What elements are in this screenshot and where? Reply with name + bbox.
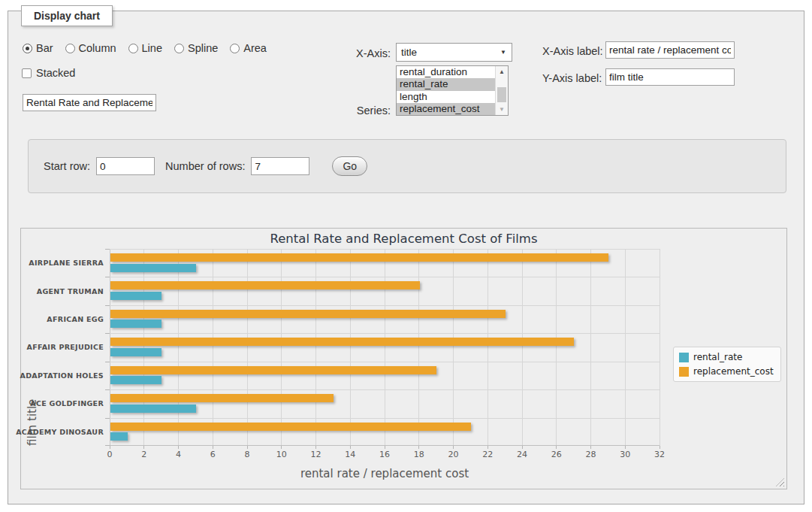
bar-rental_rate[interactable] <box>110 320 161 328</box>
row-range-controls: Start row: Number of rows: Go <box>44 140 367 192</box>
gridline-x <box>350 249 351 446</box>
x-tick-label: 18 <box>404 450 434 459</box>
chart-type-radios: BarColumnLineSplineArea <box>23 42 267 54</box>
gridline-y <box>110 445 660 446</box>
bar-replacement_cost[interactable] <box>110 394 334 402</box>
gridline-y <box>110 305 660 306</box>
radio-icon <box>128 44 138 53</box>
legend-swatch <box>679 367 689 377</box>
x-tick-mark <box>213 446 213 449</box>
gridline-y <box>110 249 660 250</box>
gridline-y <box>110 362 660 362</box>
x-axis-selected-value: title <box>401 47 417 58</box>
bar-replacement_cost[interactable] <box>110 423 471 431</box>
number-of-rows-input[interactable] <box>251 157 309 175</box>
series-option-length[interactable]: length <box>397 91 508 103</box>
x-axis-select[interactable]: title ▼ <box>396 43 512 62</box>
category-label: ADAPTATION HOLES <box>23 362 104 389</box>
gridline-y <box>110 333 660 334</box>
gridline-x <box>660 249 660 446</box>
gridline-y <box>110 389 660 390</box>
y-axis-label-label: Y-Axis label: <box>542 72 602 84</box>
legend-label: replacement_cost <box>693 366 774 377</box>
category-label: AFFAIR PREJUDICE <box>23 333 104 361</box>
x-tick-mark <box>590 446 591 449</box>
x-tick-label: 4 <box>164 450 194 459</box>
scroll-down-icon[interactable]: ▼ <box>496 104 508 115</box>
chart-type-option-line[interactable]: Line <box>128 42 162 54</box>
chart-legend: rental_ratereplacement_cost <box>673 347 781 382</box>
x-tick-mark <box>418 446 419 449</box>
start-row-input[interactable] <box>96 157 155 175</box>
chart-type-option-bar[interactable]: Bar <box>23 42 53 54</box>
number-of-rows-label: Number of rows: <box>165 160 245 172</box>
x-tick-label: 26 <box>542 450 572 459</box>
gridline-x <box>522 249 523 446</box>
y-tick-mark <box>105 389 110 390</box>
x-tick-mark <box>660 446 660 449</box>
y-axis-label-input[interactable] <box>605 68 735 86</box>
radio-icon <box>174 44 184 53</box>
series-option-rental_rate[interactable]: rental_rate <box>397 78 508 90</box>
category-label: AFRICAN EGG <box>23 305 104 333</box>
chart-type-option-area[interactable]: Area <box>230 42 267 54</box>
x-tick-mark <box>488 446 488 449</box>
stacked-checkbox[interactable] <box>22 68 32 78</box>
bar-replacement_cost[interactable] <box>110 253 608 262</box>
x-tick-mark <box>178 446 179 449</box>
series-list-scrollbar[interactable]: ▲ ▼ <box>495 66 508 115</box>
stacked-option[interactable]: Stacked <box>22 67 75 79</box>
category-label: AIRPLANE SIERRA <box>23 249 104 277</box>
bar-replacement_cost[interactable] <box>110 281 420 289</box>
x-tick-label: 24 <box>507 450 537 459</box>
bar-replacement_cost[interactable] <box>110 338 574 346</box>
series-option-rental_duration[interactable]: rental_duration <box>397 66 508 78</box>
x-tick-mark <box>281 446 282 449</box>
gridline-x <box>247 249 248 446</box>
x-tick-mark <box>385 446 385 449</box>
x-tick-label: 10 <box>267 450 297 459</box>
x-tick-label: 16 <box>370 450 400 459</box>
x-tick-mark <box>247 446 248 449</box>
category-label: AGENT TRUMAN <box>23 277 104 304</box>
y-tick-mark <box>105 249 110 250</box>
scroll-up-icon[interactable]: ▲ <box>496 66 508 77</box>
x-axis-label-input[interactable] <box>605 41 735 59</box>
chart-type-option-spline[interactable]: Spline <box>174 42 218 54</box>
scrollbar-thumb[interactable] <box>497 87 506 102</box>
y-tick-mark <box>105 333 110 334</box>
x-tick-label: 12 <box>301 450 331 459</box>
bar-rental_rate[interactable] <box>110 292 161 300</box>
x-tick-label: 28 <box>576 450 606 459</box>
gridline-x <box>178 249 179 446</box>
bar-rental_rate[interactable] <box>110 264 196 272</box>
bar-rental_rate[interactable] <box>110 348 161 356</box>
bar-rental_rate[interactable] <box>110 376 161 384</box>
bar-rental_rate[interactable] <box>110 404 196 413</box>
bar-replacement_cost[interactable] <box>110 366 436 374</box>
series-list-label: Series: <box>342 105 391 117</box>
x-tick-label: 22 <box>472 450 503 459</box>
bar-rental_rate[interactable] <box>110 432 128 441</box>
stacked-label: Stacked <box>36 67 75 79</box>
y-tick-mark <box>105 277 110 277</box>
y-tick-mark <box>105 305 110 306</box>
dropdown-arrow-icon: ▼ <box>500 50 506 56</box>
series-list[interactable]: ▲ ▼ rental_durationrental_ratelengthrepl… <box>396 65 509 116</box>
start-row-label: Start row: <box>44 160 90 172</box>
x-tick-mark <box>522 446 523 449</box>
y-tick-mark <box>105 362 110 362</box>
bar-replacement_cost[interactable] <box>110 310 506 318</box>
chart-type-option-column[interactable]: Column <box>65 42 116 54</box>
series-option-replacement_cost[interactable]: replacement_cost <box>397 103 508 115</box>
gridline-x <box>590 249 591 446</box>
chart-title-input[interactable] <box>23 94 156 111</box>
x-tick-mark <box>315 446 316 449</box>
chart-type-label: Column <box>79 42 116 54</box>
legend-item-replacement_cost[interactable]: replacement_cost <box>679 366 774 377</box>
x-tick-mark <box>556 446 557 449</box>
legend-item-rental_rate[interactable]: rental_rate <box>679 352 774 362</box>
resize-grip-icon[interactable] <box>776 478 784 486</box>
go-button[interactable]: Go <box>332 156 367 176</box>
gridline-x <box>556 249 557 446</box>
